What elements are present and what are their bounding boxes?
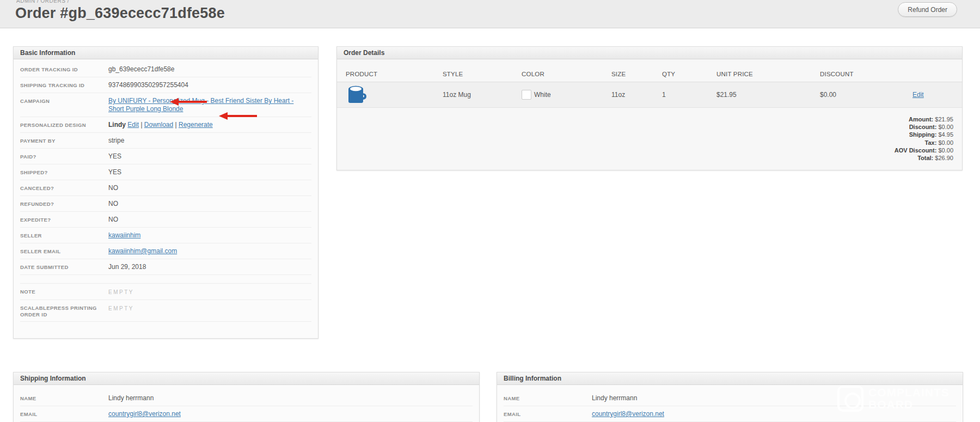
total-tax: Tax: $0.00: [337, 139, 953, 146]
item-size: 11oz: [611, 91, 662, 99]
campaign-link[interactable]: By UNIFURY - Personalized Mug - Best Fri…: [108, 97, 293, 113]
field-label: PAYMENT BY: [20, 137, 108, 144]
top-header-bar: ADMIN / ORDERS / Order #gb_639ececc71dfe…: [0, 0, 980, 28]
design-edit-link[interactable]: Edit: [127, 121, 139, 129]
field-label: NAME: [20, 394, 108, 402]
field-label: REFUNDED?: [20, 200, 108, 207]
mug-icon[interactable]: [346, 83, 367, 107]
page-title: Order #gb_639ececc71dfe58e: [15, 5, 225, 22]
field-label: SELLER: [20, 231, 108, 239]
field-label: EXPEDITE?: [20, 216, 108, 223]
row-refunded: REFUNDED? NO: [20, 196, 311, 212]
seller-link[interactable]: kawaiinhim: [108, 231, 140, 239]
basic-information-panel: Basic Information ORDER TRACKING ID gb_6…: [13, 46, 318, 339]
design-download-link[interactable]: Download: [144, 121, 173, 129]
row-shipping-name: NAME Lindy herrmann: [20, 390, 473, 406]
item-qty: 1: [662, 91, 716, 99]
item-color: White: [534, 91, 551, 99]
billing-information-header: Billing Information: [497, 372, 963, 385]
field-value: gb_639ececc71dfe58e: [108, 65, 174, 74]
column-header-color: COLOR: [522, 71, 611, 77]
breadcrumb: ADMIN / ORDERS /: [16, 0, 69, 4]
field-label: NOTE: [20, 288, 108, 295]
order-item-row: 11oz Mug White 11oz 1 $21.95 $0.00 Edit: [337, 82, 962, 108]
field-label: NAME: [504, 394, 592, 402]
color-swatch-white: [522, 90, 531, 100]
design-regenerate-link[interactable]: Regenerate: [179, 121, 213, 129]
field-label: DATE SUBMITTED: [20, 263, 108, 271]
row-expedite: EXPEDITE? NO: [20, 212, 311, 228]
breadcrumb-divider: /: [68, 0, 69, 4]
row-seller: SELLER kawaiinhim: [20, 228, 311, 243]
row-shipped: SHIPPED? YES: [20, 164, 311, 180]
row-canceled: CANCELED? NO: [20, 180, 311, 196]
row-scalablepress-printing-order-id: SCALABLEPRESS PRINTING ORDER ID EMPTY: [20, 300, 311, 322]
field-value: NO: [108, 184, 118, 192]
row-order-tracking-id: ORDER TRACKING ID gb_639ececc71dfe58e: [20, 62, 311, 77]
field-label: SHIPPING TRACKING ID: [20, 81, 108, 89]
field-value: Lindy herrmann: [592, 394, 637, 402]
item-style: 11oz Mug: [443, 91, 522, 99]
field-label: EMAIL: [504, 410, 592, 418]
field-value: Lindy herrmann: [108, 394, 154, 402]
shipping-information-panel: Shipping Information NAME Lindy herrmann…: [13, 372, 480, 422]
field-value: NO: [108, 200, 118, 208]
billing-email-link[interactable]: countrygirl8@verizon.net: [592, 410, 664, 418]
column-header-unit-price: UNIT PRICE: [716, 71, 820, 77]
row-campaign: CAMPAIGN By UNIFURY - Personalized Mug -…: [20, 93, 311, 117]
breadcrumb-admin-link[interactable]: ADMIN: [16, 0, 35, 4]
row-payment-by: PAYMENT BY stripe: [20, 133, 311, 149]
field-label: ORDER TRACKING ID: [20, 65, 108, 73]
field-value: 9374869903502957255404: [108, 81, 188, 89]
order-totals: Amount: $21.95 Discount: $0.00 Shipping:…: [337, 115, 953, 162]
field-label: CANCELED?: [20, 184, 108, 192]
column-header-discount: DISCOUNT: [820, 71, 912, 77]
column-header-qty: QTY: [662, 71, 716, 77]
field-value: stripe: [108, 137, 124, 145]
order-table-header-row: PRODUCT STYLE COLOR SIZE QTY UNIT PRICE …: [337, 66, 962, 82]
row-shipping-tracking-id: SHIPPING TRACKING ID 9374869903502957255…: [20, 77, 311, 93]
field-value: YES: [108, 168, 121, 176]
field-label: CAMPAIGN: [20, 97, 108, 105]
field-label: SELLER EMAIL: [20, 247, 108, 255]
total-discount: Discount: $0.00: [337, 123, 953, 131]
field-label: PERSONALIZED DESIGN: [20, 121, 108, 129]
complaintsboard-logo-icon: [837, 386, 863, 412]
order-details-panel: Order Details PRODUCT STYLE COLOR SIZE Q…: [336, 46, 963, 170]
row-shipping-email: EMAIL countrygirl8@verizon.net: [20, 406, 473, 422]
column-header-product: PRODUCT: [346, 71, 443, 77]
field-label: SHIPPED?: [20, 168, 108, 176]
row-note: NOTE EMPTY: [20, 283, 311, 300]
total-aov-discount: AOV Discount: $0.00: [337, 146, 953, 154]
breadcrumb-divider: /: [37, 0, 39, 4]
column-header-size: SIZE: [611, 71, 662, 77]
field-value: YES: [108, 152, 121, 161]
refund-order-button[interactable]: Refund Order: [898, 2, 957, 17]
total-grand: Total: $26.90: [337, 154, 953, 162]
row-seller-email: SELLER EMAIL kawaiinhim@gmail.com: [20, 243, 311, 259]
field-label: SCALABLEPRESS PRINTING ORDER ID: [20, 304, 108, 318]
field-value-empty: EMPTY: [108, 304, 134, 313]
design-name: Lindy: [108, 121, 126, 129]
item-discount: $0.00: [820, 91, 912, 99]
item-edit-link[interactable]: Edit: [912, 91, 924, 99]
basic-information-header: Basic Information: [14, 47, 318, 59]
field-label: PAID?: [20, 152, 108, 160]
total-shipping: Shipping: $4.95: [337, 131, 953, 138]
shipping-email-link[interactable]: countrygirl8@verizon.net: [108, 410, 181, 418]
field-value: Jun 29, 2018: [108, 263, 146, 271]
row-date-submitted: DATE SUBMITTED Jun 29, 2018: [20, 259, 311, 275]
field-label: EMAIL: [20, 410, 108, 418]
row-personalized-design: PERSONALIZED DESIGN Lindy Edit | Downloa…: [20, 117, 311, 133]
row-paid: PAID? YES: [20, 149, 311, 164]
order-details-header: Order Details: [337, 47, 962, 59]
column-header-style: STYLE: [443, 71, 522, 77]
link-separator: |: [140, 121, 142, 129]
link-separator: |: [175, 121, 177, 129]
breadcrumb-orders-link[interactable]: ORDERS: [41, 0, 66, 4]
item-unit-price: $21.95: [716, 91, 820, 99]
complaintsboard-watermark: COMPLAINTS BOARD: [837, 386, 950, 412]
field-value: NO: [108, 216, 118, 224]
field-value-empty: EMPTY: [108, 288, 134, 296]
seller-email-link[interactable]: kawaiinhim@gmail.com: [108, 247, 177, 255]
